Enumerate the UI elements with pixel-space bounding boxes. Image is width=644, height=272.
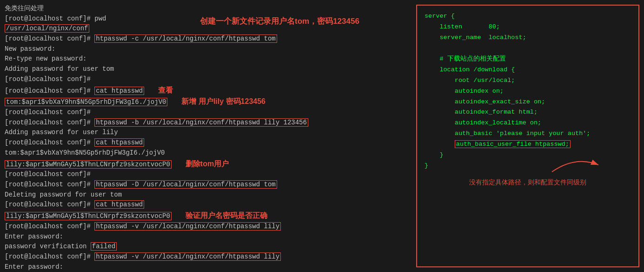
config-line-1: server { bbox=[425, 11, 631, 22]
line-tom-hash-2: tom:$apr1$vbXaY9hn$N5Gp5rhDjFW3gI6./jojV… bbox=[5, 148, 412, 158]
line-enter-password-1: Enter password: bbox=[5, 232, 412, 242]
config-line-autoindex-size: autoindex_exact_size on; bbox=[425, 97, 631, 108]
arrow-icon bbox=[547, 151, 603, 174]
annotation-no-path: 没有指定具体路径，则和配置文件同级别 bbox=[425, 175, 631, 188]
line-deleting-tom: Deleting password for user tom bbox=[5, 190, 412, 200]
annotation-create: 创建一个新文件记录用户名tom，密码123456 bbox=[200, 15, 359, 27]
server-config-block: server { listen 80; server_name localhos… bbox=[425, 11, 631, 171]
config-line-auth-basic: auth_basic 'please input your auth'; bbox=[425, 129, 631, 139]
line-adding-tom: Adding password for user tom bbox=[5, 64, 412, 75]
line-cat-htpasswd-2: [root@localhost conf]# cat htpasswd bbox=[5, 138, 412, 148]
line-cat-htpasswd-3: [root@localhost conf]# cat htpasswd bbox=[5, 200, 412, 210]
line-cat-htpasswd-1: [root@localhost conf]# cat htpasswd查看 bbox=[5, 85, 412, 96]
line-htpasswd-c: [root@localhost conf]# htpasswd -c /usr/… bbox=[5, 34, 412, 44]
line-lily-hash: lily:$apr1$wMnGAy5l$ThnLCNrpfz9skzontvoc… bbox=[5, 158, 412, 170]
line-failed: password verification failed bbox=[5, 242, 412, 252]
line-pwd-output: /usr/local/nginx/conf 创建一个新文件记录用户名tom，密码… bbox=[5, 24, 412, 34]
line-htpasswd-b: [root@localhost conf]# htpasswd -b /usr/… bbox=[5, 118, 412, 128]
line-retype-password: Re-type new password: bbox=[5, 54, 412, 64]
line-lily-hash-2: lily:$apr1$wMnGAy5l$ThnLCNrpfz9skzontvoc… bbox=[5, 210, 412, 222]
line-tom-hash: tom:$apr1$vbXaY9hn$N5Gp5rhDjFW3gI6./jojV… bbox=[5, 96, 412, 108]
arrow-annotation-container: 没有指定具体路径，则和配置文件同级别 bbox=[425, 175, 631, 188]
line-htpasswd-v-1: [root@localhost conf]# htpasswd -v /usr/… bbox=[5, 222, 412, 232]
line-header: 免类往问处理 bbox=[5, 4, 412, 14]
line-prompt-empty3: [root@localhost conf]# bbox=[5, 170, 412, 180]
line-adding-lily: Adding password for user lily bbox=[5, 128, 412, 138]
line-htpasswd-v-2: [root@localhost conf]# htpasswd -v /usr/… bbox=[5, 252, 412, 262]
config-line-2: listen 80; bbox=[425, 22, 631, 33]
line-htpasswd-d: [root@localhost conf]# htpasswd -D /usr/… bbox=[5, 180, 412, 190]
line-prompt-empty1: [root@localhost conf]# bbox=[5, 75, 412, 85]
terminal-left: 免类往问处理 [root@localhost conf]# pwd /usr/l… bbox=[0, 0, 416, 272]
config-line-location: location /download { bbox=[425, 65, 631, 75]
line-enter-password-2: Enter password: bbox=[5, 262, 412, 272]
config-line-comment: # 下载站点的相关配置 bbox=[425, 54, 631, 65]
line-new-password: New password: bbox=[5, 44, 412, 54]
config-line-autoindex: autoindex on; bbox=[425, 86, 631, 97]
terminal-right-config: server { listen 80; server_name localhos… bbox=[416, 5, 639, 267]
config-line-auth-file: auth_basic_user_file htpasswd; bbox=[425, 139, 631, 150]
config-line-root: root /usr/local; bbox=[425, 75, 631, 86]
config-line-autoindex-format: autoindex_format html; bbox=[425, 107, 631, 118]
config-line-blank1 bbox=[425, 43, 631, 54]
config-line-3: server_name localhost; bbox=[425, 33, 631, 43]
line-prompt-empty2: [root@localhost conf]# bbox=[5, 108, 412, 118]
config-line-autoindex-time: autoindex_localtime on; bbox=[425, 118, 631, 129]
